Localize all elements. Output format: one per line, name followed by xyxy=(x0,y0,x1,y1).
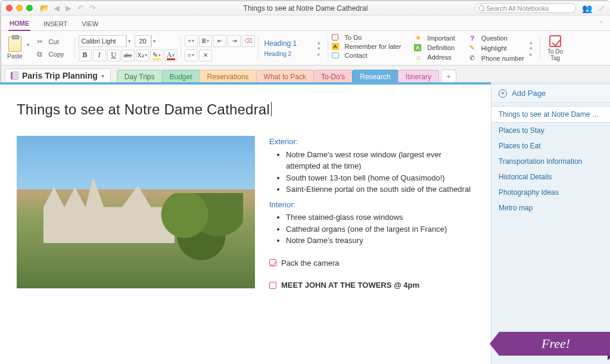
bullets-button[interactable]: ≡▾ xyxy=(185,35,198,47)
cut-button[interactable]: ✂Cut xyxy=(33,36,71,48)
font-color-button[interactable]: A▾ xyxy=(164,49,178,61)
close-icon[interactable] xyxy=(6,5,13,11)
checkbox-icon xyxy=(332,34,338,41)
section-daytrips[interactable]: Day Trips xyxy=(117,70,163,83)
chevron-up-icon[interactable]: ▴ xyxy=(530,39,537,45)
ribbon: Paste ▾ ✂Cut ⧉Copy Calibri Light▾ 20▾ B … xyxy=(1,31,610,66)
todo-tag-button[interactable]: To Do Tag xyxy=(544,35,567,61)
note-page[interactable]: Things to see at Notre Dame Cathedral Ex… xyxy=(1,85,491,364)
subscript-button[interactable]: X₂▾ xyxy=(136,49,149,61)
indent-button[interactable]: ⇥ xyxy=(228,35,241,47)
share-icon[interactable]: 👥 xyxy=(582,4,592,13)
list-item: Three stained-glass rose windows xyxy=(286,211,474,223)
notebook-bar: Paris Trip Planning ▾ Day Trips Budget R… xyxy=(1,66,610,83)
chevron-right-icon[interactable]: ▸ xyxy=(530,51,537,57)
section-pack[interactable]: What to Pack xyxy=(256,70,314,83)
tab-view[interactable]: VIEW xyxy=(80,17,99,30)
page-item[interactable]: Places to Stay xyxy=(491,123,610,138)
chevron-up-icon[interactable]: ▴ xyxy=(318,39,325,45)
tags-group: To Do ARemember for later Contact ★Impor… xyxy=(332,33,540,63)
paste-label: Paste xyxy=(7,53,23,60)
chevron-down-icon[interactable]: ▾ xyxy=(151,35,157,47)
chevron-right-icon[interactable]: ▸ xyxy=(318,51,325,57)
list-item: Notre Dame's treasury xyxy=(286,235,474,247)
open-icon[interactable]: 📂 xyxy=(40,4,49,13)
section-todos[interactable]: To-Do's xyxy=(313,70,353,83)
tag-address[interactable]: ⌂Address xyxy=(414,53,455,61)
page-item[interactable]: Things to see at Notre Dame Cath… xyxy=(491,106,610,123)
tag-phone[interactable]: ✆Phone number xyxy=(468,54,524,63)
page-notes[interactable]: Exterior: Notre Dame's west rose window … xyxy=(269,136,474,291)
page-image[interactable] xyxy=(17,136,255,288)
tag-highlight[interactable]: ✎Highlight xyxy=(468,44,524,52)
numbering-button[interactable]: ≣▾ xyxy=(199,35,212,47)
highlight-icon: ✎ xyxy=(468,44,477,52)
content-area: Things to see at Notre Dame Cathedral Ex… xyxy=(1,85,610,364)
outdent-button[interactable]: ⇤ xyxy=(213,35,226,47)
tag-question[interactable]: ?Question xyxy=(468,34,524,42)
strikethrough-button[interactable]: abc xyxy=(122,49,135,61)
page-item[interactable]: Historical Details xyxy=(491,169,610,185)
chevron-down-icon[interactable]: ▾ xyxy=(126,35,132,47)
section-budget[interactable]: Budget xyxy=(162,70,200,83)
section-itinerary[interactable]: Itinerary xyxy=(398,70,439,83)
back-icon[interactable]: ◀ xyxy=(52,4,61,13)
redo-icon[interactable]: ↷ xyxy=(88,4,97,13)
tab-home[interactable]: HOME xyxy=(8,16,30,31)
tag-remember[interactable]: ARemember for later xyxy=(332,43,402,50)
section-tabs: Day Trips Budget Reservations What to Pa… xyxy=(117,66,456,83)
search-input[interactable]: Search All Notebooks xyxy=(475,3,576,13)
tag-contact[interactable]: Contact xyxy=(332,52,402,59)
ribbon-tabs: HOME INSERT VIEW ˄ xyxy=(1,15,610,31)
paragraph-group: ≡▾ ≣▾ ⇤ ⇥ ⌫ ≡▾ ✕ xyxy=(185,33,259,63)
checkbox-checked-icon[interactable] xyxy=(269,259,276,266)
tab-insert[interactable]: INSERT xyxy=(42,17,69,30)
forward-icon[interactable]: ▶ xyxy=(64,4,73,13)
page-item[interactable]: Places to Eat xyxy=(491,138,610,154)
notebook-select[interactable]: Paris Trip Planning ▾ xyxy=(5,69,111,83)
checkbox-icon[interactable] xyxy=(269,282,276,289)
tag-definition[interactable]: ADefinition xyxy=(414,44,455,51)
delete-button[interactable]: ✕ xyxy=(199,49,212,61)
window-title: Things to see at Notre Dame Cathedral xyxy=(244,4,368,13)
page-item[interactable]: Photography Ideas xyxy=(491,185,610,200)
paste-dropdown-icon[interactable]: ▾ xyxy=(27,42,32,48)
home-icon: ⌂ xyxy=(414,53,422,61)
clear-format-button[interactable]: ⌫ xyxy=(242,35,255,47)
fullscreen-icon[interactable]: ⤢ xyxy=(598,4,605,13)
highlight-button[interactable]: ✎▾ xyxy=(150,49,163,61)
question-icon: ? xyxy=(468,34,477,42)
font-size-select[interactable]: 20 xyxy=(135,35,151,47)
section-research[interactable]: Research xyxy=(352,70,398,83)
italic-button[interactable]: I xyxy=(93,49,106,61)
minimize-icon[interactable] xyxy=(16,5,23,11)
page-item[interactable]: Transportation Information xyxy=(491,154,610,169)
paste-button[interactable]: Paste xyxy=(5,35,25,61)
tag-todo[interactable]: To Do xyxy=(332,34,402,41)
style-heading1[interactable]: Heading 1 xyxy=(264,39,313,48)
undo-icon[interactable]: ↶ xyxy=(76,4,85,13)
collapse-ribbon-icon[interactable]: ˄ xyxy=(600,20,603,30)
style-heading2[interactable]: Heading 2 xyxy=(264,51,313,57)
add-page-button[interactable]: + Add Page xyxy=(491,85,610,102)
section-reservations[interactable]: Reservations xyxy=(200,70,257,83)
letter-a-icon: A xyxy=(332,43,339,50)
bold-button[interactable]: B xyxy=(79,49,92,61)
pages-list: Things to see at Notre Dame Cath… Places… xyxy=(491,102,610,219)
page-item[interactable]: Metro map xyxy=(491,200,610,216)
interior-heading: Interior: xyxy=(269,199,474,211)
font-name-select[interactable]: Calibri Light xyxy=(79,35,126,47)
maximize-icon[interactable] xyxy=(26,5,33,11)
todo-item[interactable]: MEET JOHN AT THE TOWERS @ 4pm xyxy=(269,279,474,291)
tag-important[interactable]: ★Important xyxy=(414,34,455,42)
align-button[interactable]: ≡▾ xyxy=(185,49,198,61)
page-title[interactable]: Things to see at Notre Dame Cathedral xyxy=(17,101,474,118)
todo-tag-label: To Do Tag xyxy=(547,48,563,61)
chevron-down-icon[interactable]: ▾ xyxy=(318,45,325,51)
todo-item[interactable]: Pack the camera xyxy=(269,257,474,269)
add-section-button[interactable]: + xyxy=(441,70,456,83)
copy-button[interactable]: ⧉Copy xyxy=(33,48,71,60)
chevron-down-icon[interactable]: ▾ xyxy=(530,45,537,51)
star-icon: ★ xyxy=(414,34,422,42)
underline-button[interactable]: U xyxy=(107,49,120,61)
